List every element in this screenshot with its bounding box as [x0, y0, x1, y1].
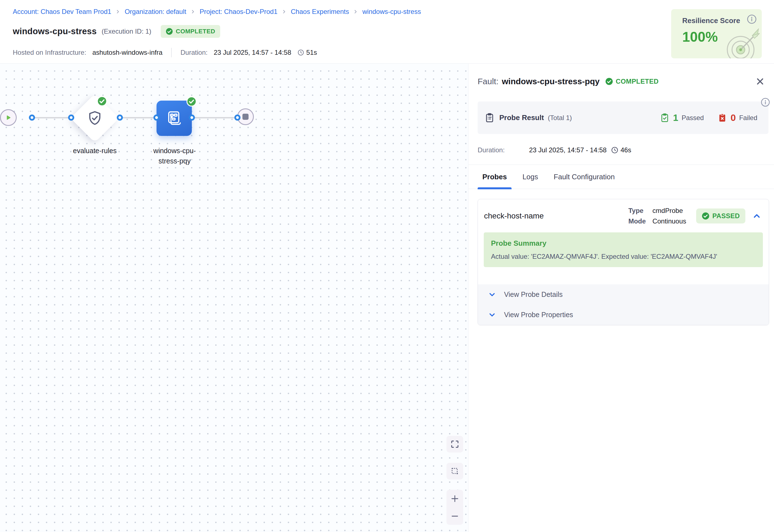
failed-count: 0 [731, 112, 736, 123]
probe-result-total: (Total 1) [548, 114, 572, 122]
chevron-up-icon [752, 211, 761, 221]
success-check-icon [97, 96, 107, 106]
pipeline-edge [192, 117, 237, 118]
close-icon [755, 76, 766, 87]
fault-details-panel: Fault: windows-cpu-stress-pqy COMPLETED … [468, 64, 774, 532]
divider [171, 48, 172, 57]
breadcrumb-link-organization[interactable]: Organization: default [125, 8, 186, 16]
breadcrumb-link-current[interactable]: windows-cpu-stress [362, 8, 421, 16]
zoom-controls [446, 490, 463, 525]
check-circle-icon [605, 78, 613, 85]
page-title: windows-cpu-stress [13, 26, 97, 36]
stop-icon [242, 114, 249, 120]
chevron-right-icon [190, 9, 196, 14]
breadcrumb-link-account[interactable]: Account: Chaos Dev Team Prod1 [13, 8, 111, 16]
probe-card: check-host-name Type cmdProbe Mode Conti… [478, 199, 769, 325]
probe-mode-label: Mode [628, 217, 646, 225]
probe-status-label: PASSED [712, 212, 740, 220]
success-check-icon [186, 96, 197, 107]
chaos-fault-icon [165, 110, 183, 127]
fault-label: Fault: [478, 77, 498, 86]
view-probe-details-label: View Probe Details [504, 290, 563, 299]
target-illustration [723, 23, 762, 58]
passed-count: 1 [673, 112, 678, 123]
check-circle-icon [702, 212, 709, 220]
probe-type-value: cmdProbe [653, 207, 686, 215]
status-badge: COMPLETED [161, 25, 220, 38]
fault-name: windows-cpu-stress-pqy [502, 77, 600, 86]
fault-status: COMPLETED [605, 78, 659, 85]
marquee-select-icon [450, 466, 460, 476]
node-label-evaluate-rules: evaluate-rules [67, 146, 123, 156]
node-label-fault: windows-cpu-stress-pqy [153, 146, 197, 166]
marquee-select-button[interactable] [446, 463, 463, 479]
fullscreen-icon [450, 439, 460, 449]
clipboard-x-icon [717, 113, 727, 123]
view-probe-details-row[interactable]: View Probe Details [478, 284, 769, 305]
duration-label: Duration: [180, 49, 207, 56]
connector-port [68, 115, 74, 121]
play-icon [5, 114, 12, 121]
clock-icon [611, 146, 618, 154]
chevron-right-icon [353, 9, 358, 14]
info-icon[interactable] [747, 14, 757, 24]
duration-value: 23 Jul 2025, 14:57 - 14:58 [214, 49, 291, 56]
status-badge-label: COMPLETED [176, 28, 215, 35]
panel-duration-elapsed: 46s [621, 146, 631, 154]
execution-id: (Execution ID: 1) [102, 28, 152, 35]
passed-group: 1 Passed [660, 112, 704, 123]
probe-summary-title: Probe Summary [491, 239, 756, 248]
minus-icon [450, 511, 460, 521]
pipeline-edge [32, 117, 71, 118]
passed-label: Passed [682, 114, 704, 122]
clock-icon [297, 49, 304, 56]
probe-name: check-host-name [484, 212, 544, 220]
pipeline-edge [120, 117, 157, 118]
panel-tabs: Probes Logs Fault Configuration [468, 165, 774, 189]
breadcrumb: Account: Chaos Dev Team Prod1 Organizati… [13, 8, 774, 16]
resilience-score-card: Resilience Score 100% [671, 9, 762, 58]
chevron-right-icon [115, 9, 121, 14]
check-circle-icon [166, 28, 173, 35]
pipeline-start-node [0, 109, 17, 126]
chevron-down-icon [488, 311, 496, 319]
view-probe-properties-label: View Probe Properties [504, 311, 573, 319]
failed-group: 0 Failed [717, 112, 757, 123]
connector-port [117, 115, 123, 121]
clipboard-check-icon [660, 113, 670, 123]
plus-icon [450, 494, 460, 503]
fullscreen-button[interactable] [446, 436, 463, 453]
breadcrumb-link-project[interactable]: Project: Chaos-Dev-Prod1 [200, 8, 277, 16]
probe-result-title: Probe Result [499, 113, 544, 122]
tab-fault-configuration[interactable]: Fault Configuration [554, 165, 615, 189]
panel-duration-label: Duration: [478, 146, 529, 154]
view-probe-properties-row[interactable]: View Probe Properties [478, 305, 769, 325]
close-panel-button[interactable] [755, 76, 766, 87]
page-header: Account: Chaos Dev Team Prod1 Organizati… [0, 0, 774, 64]
probe-summary-text: Actual value: 'EC2AMAZ-QMVAF4J'. Expecte… [491, 253, 756, 260]
shield-check-icon [86, 110, 103, 126]
duration-elapsed: 51s [306, 49, 317, 56]
info-icon[interactable] [761, 98, 770, 107]
tab-probes[interactable]: Probes [482, 165, 507, 189]
probe-status-badge: PASSED [696, 208, 745, 223]
panel-duration-value: 23 Jul 2025, 14:57 - 14:58 [529, 146, 607, 154]
clipboard-list-icon [484, 113, 495, 123]
fault-status-label: COMPLETED [616, 78, 659, 85]
zoom-out-button[interactable] [446, 507, 463, 525]
chevron-right-icon [281, 9, 287, 14]
collapse-probe-button[interactable] [752, 211, 761, 221]
zoom-in-button[interactable] [446, 490, 463, 507]
chevron-down-icon [488, 290, 496, 299]
probe-mode-value: Continuous [653, 217, 686, 225]
connector-port [153, 115, 160, 121]
failed-label: Failed [739, 114, 757, 122]
infra-label: Hosted on Infrastructure: [13, 49, 86, 56]
probe-card-footer: View Probe Details View Probe Properties [478, 284, 769, 325]
probe-type-label: Type [628, 207, 646, 215]
connector-port [29, 115, 35, 121]
breadcrumb-link-experiments[interactable]: Chaos Experiments [291, 8, 349, 16]
tab-logs[interactable]: Logs [522, 165, 538, 189]
infra-value: ashutosh-windows-infra [92, 49, 162, 56]
pipeline-canvas[interactable]: evaluate-rules windows-cpu-stress-pqy [0, 64, 468, 532]
